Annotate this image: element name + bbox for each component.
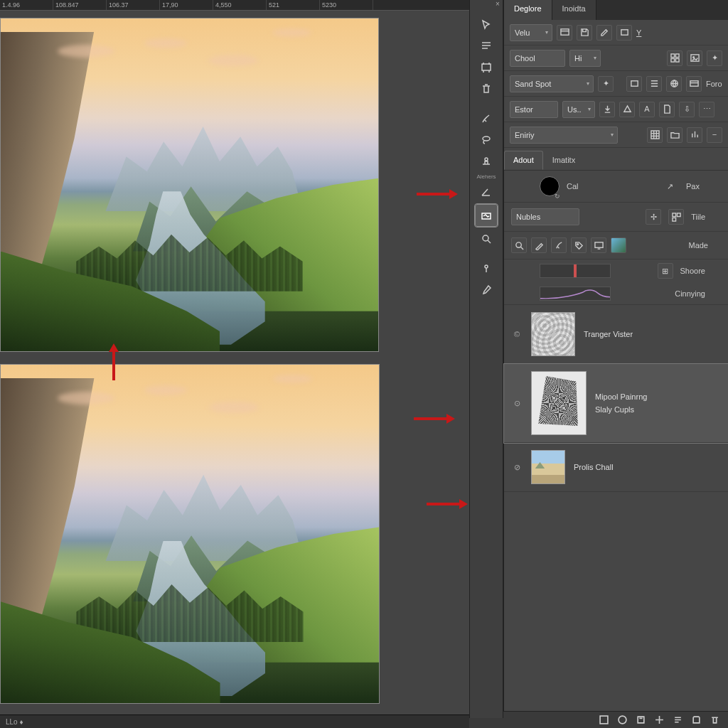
edit-icon[interactable] <box>596 25 612 41</box>
more-icon[interactable]: ⋯ <box>699 102 714 117</box>
layer-thumbnail[interactable] <box>531 312 575 356</box>
wand-icon[interactable]: ✦ <box>598 76 614 92</box>
status-text: LLo ♦ <box>6 718 23 726</box>
visibility-icon[interactable]: ⊘ <box>511 461 523 473</box>
bars-icon[interactable] <box>687 127 702 143</box>
triangle-icon[interactable] <box>619 102 635 117</box>
footer-icon[interactable] <box>671 714 684 727</box>
footer-icon[interactable] <box>653 714 665 727</box>
properties-panel: Deglore Inoidta Velu▾ Y Chool Hi▾ ✦ Sand… <box>503 0 728 728</box>
dropdown-us[interactable]: Us..▾ <box>562 101 595 118</box>
expand-icon[interactable]: ⊞ <box>658 263 673 279</box>
footer-icon[interactable] <box>597 714 610 727</box>
svg-rect-10 <box>675 58 679 62</box>
subtab-imatitx[interactable]: Imatitx <box>543 151 584 170</box>
subtab-adout[interactable]: Adout <box>504 151 543 170</box>
footer-icon[interactable] <box>708 714 721 727</box>
pen-icon[interactable] <box>531 237 547 253</box>
card-icon[interactable] <box>686 76 702 92</box>
dropdown-hi[interactable]: Hi▾ <box>569 50 601 67</box>
curve-graph[interactable] <box>540 287 611 301</box>
stack-icon[interactable] <box>646 76 662 92</box>
nubles-row: Nubles ✢ Tiile <box>504 203 728 232</box>
color-image-icon[interactable] <box>611 237 626 253</box>
label-foro[interactable]: Foro <box>706 80 722 88</box>
fx-icon[interactable]: ✦ <box>707 50 722 66</box>
curve-mini-slider[interactable] <box>540 264 611 278</box>
layer-name: Tranger Vister <box>584 330 633 338</box>
layer-thumbnail[interactable] <box>531 371 587 435</box>
svg-rect-7 <box>670 54 674 58</box>
document-image-bottom[interactable] <box>0 364 380 704</box>
save-icon[interactable] <box>577 25 592 41</box>
rect-icon[interactable] <box>616 25 632 41</box>
folders-icon[interactable] <box>667 127 682 143</box>
lasso-tool[interactable] <box>476 131 497 149</box>
search-icon[interactable] <box>511 237 527 253</box>
panel-icon[interactable] <box>557 25 572 41</box>
footer-icon[interactable] <box>634 714 647 727</box>
swatch-label-cal: Cal <box>567 182 579 191</box>
label-y[interactable]: Y <box>636 28 641 37</box>
grid2-icon[interactable] <box>647 127 663 143</box>
angle-tool[interactable] <box>476 183 497 201</box>
rect2-icon[interactable] <box>626 76 642 92</box>
svg-rect-19 <box>673 218 676 221</box>
trash-tool[interactable] <box>476 80 497 98</box>
zoom-tool[interactable] <box>476 230 497 248</box>
dropdown-velu[interactable]: Velu▾ <box>510 24 552 41</box>
text-icon[interactable]: A <box>639 102 655 117</box>
svg-rect-5 <box>560 29 568 35</box>
pin-tool[interactable] <box>476 259 497 278</box>
visibility-icon[interactable]: © <box>511 328 523 340</box>
brush-tool[interactable] <box>476 109 497 128</box>
svg-rect-18 <box>677 213 680 216</box>
globe-icon[interactable] <box>666 76 682 92</box>
grid-icon[interactable] <box>667 50 682 66</box>
svg-point-24 <box>619 716 626 724</box>
dropdown-eniriy[interactable]: Eniriy▾ <box>510 127 618 144</box>
plus-icon[interactable]: ✢ <box>646 209 661 225</box>
vertical-toolbar: × Alehers <box>469 0 503 718</box>
screen-icon[interactable] <box>591 237 606 253</box>
document-icon[interactable] <box>659 102 675 117</box>
selection-tool[interactable] <box>476 16 497 34</box>
tag-icon[interactable] <box>571 237 587 253</box>
footer-icon[interactable] <box>616 714 628 727</box>
color-swatch[interactable] <box>540 176 560 196</box>
grid3-icon[interactable] <box>668 209 684 225</box>
label-shoore: Shoore <box>680 267 705 275</box>
layer-row[interactable]: ⊙ Mipool Painrng Slaly Cupls <box>504 364 728 443</box>
dropdown-chool[interactable]: Chool <box>510 50 565 67</box>
dropdown-nubles[interactable]: Nubles <box>511 208 579 225</box>
dropdown-estor[interactable]: Estor <box>510 101 558 118</box>
swatch-label-pax: Pax <box>686 182 700 191</box>
swatch-icon[interactable]: ↗ <box>667 182 673 191</box>
label-tiile: Tiile <box>691 213 705 221</box>
text-list-tool[interactable] <box>476 37 497 55</box>
brush2-icon[interactable] <box>551 237 567 253</box>
color-thumb-tool[interactable] <box>475 204 498 227</box>
minus-icon[interactable]: − <box>707 127 722 143</box>
layer-row[interactable]: ⊘ Prolis Chall <box>504 443 728 492</box>
layer-row[interactable]: © Tranger Vister <box>504 305 728 364</box>
eyedropper-tool[interactable] <box>476 281 497 299</box>
svg-rect-17 <box>673 213 676 216</box>
ruler: 1.4.96 108.847 106.37 17,90 4,550 521 52… <box>0 0 469 11</box>
document-image-top[interactable] <box>0 18 379 352</box>
stamp-tool[interactable] <box>476 152 497 171</box>
down-icon[interactable]: ⇩ <box>679 102 695 117</box>
ruler-mark: 1.4.96 <box>0 0 53 10</box>
canvas[interactable] <box>0 11 469 714</box>
visibility-icon[interactable]: ⊙ <box>511 397 523 409</box>
footer-icon[interactable] <box>690 714 702 727</box>
layer-name: Mipool Painrng <box>595 392 647 401</box>
close-icon[interactable]: × <box>493 0 503 10</box>
tab-inoidta[interactable]: Inoidta <box>552 0 596 20</box>
dropdown-sandspot[interactable]: Sand Spot▾ <box>510 75 594 92</box>
image-icon[interactable] <box>687 50 702 66</box>
download-icon[interactable] <box>599 102 615 117</box>
layer-thumbnail[interactable] <box>531 450 565 484</box>
tab-deglore[interactable]: Deglore <box>504 0 552 20</box>
artboard-tool[interactable] <box>476 58 497 77</box>
